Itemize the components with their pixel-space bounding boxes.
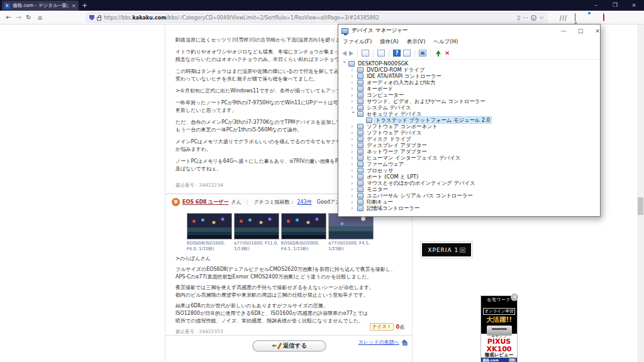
- dm-back-icon[interactable]: [342, 51, 347, 56]
- device-tree-item[interactable]: › 記憶域コントローラー: [339, 205, 599, 211]
- dm-update-driver-icon[interactable]: [435, 50, 442, 57]
- dm-list-icon[interactable]: [403, 50, 411, 57]
- device-tree-item[interactable]: › キーボード: [339, 85, 599, 92]
- expander-icon[interactable]: ›: [351, 180, 357, 186]
- user-name-link[interactable]: EOS 6DⅡ ユーザー: [182, 199, 228, 206]
- expander-icon[interactable]: ›: [351, 192, 357, 199]
- post-number[interactable]: 書込番号：24422234: [175, 182, 223, 189]
- reload-button[interactable]: ↻: [24, 13, 33, 22]
- back-button[interactable]: ←: [4, 13, 13, 22]
- device-tree-item[interactable]: › プロセッサ: [339, 167, 599, 173]
- browser-tab[interactable]: k 価格.com - デジタル一眼カメラのク ×: [2, 1, 79, 11]
- reply-button[interactable]: 返信する: [252, 340, 326, 352]
- expander-icon[interactable]: ›: [351, 129, 357, 136]
- device-tree-item[interactable]: トラステッド プラットフォーム モジュール 2.0: [339, 117, 599, 123]
- device-tree-item[interactable]: › 印刷キュー: [339, 199, 599, 205]
- menu-item[interactable]: ヘルプ(H): [433, 38, 458, 46]
- ad-close-icon[interactable]: ×: [511, 293, 518, 301]
- expander-icon[interactable]: ›: [351, 79, 357, 85]
- expander-icon[interactable]: ›: [351, 92, 357, 98]
- expander-icon[interactable]: ›: [351, 155, 357, 161]
- expander-icon[interactable]: ›: [351, 161, 357, 167]
- device-tree-item[interactable]: › ヒューマン インターフェイス デバイス: [339, 155, 599, 161]
- device-tree-item[interactable]: › ネットワーク アダプター: [339, 148, 599, 155]
- photo-thumbnail[interactable]: [187, 213, 232, 239]
- expander-icon[interactable]: ›: [350, 111, 357, 117]
- forward-button[interactable]: →: [14, 13, 23, 22]
- device-tree-item[interactable]: › ディスク ドライブ: [339, 136, 599, 142]
- photo-thumbnail[interactable]: [328, 213, 374, 239]
- window-close-button[interactable]: ×: [625, 0, 643, 10]
- device-tree-item[interactable]: › オーディオの入力および出力: [339, 79, 599, 85]
- device-tree-item[interactable]: › マウスとそのほかのポインティング デバイス: [339, 180, 599, 186]
- url-bar[interactable]: https://bbs.kakaku.com/bbs/-/CategoryCD=…: [86, 13, 547, 23]
- tracking-protection-icon[interactable]: [89, 15, 94, 21]
- photo-thumbnail[interactable]: [234, 213, 279, 239]
- device-tree-item[interactable]: › コンピューター: [339, 92, 599, 98]
- dm-minimize-button[interactable]: —: [555, 25, 572, 37]
- expander-icon[interactable]: ›: [351, 142, 357, 148]
- expander-icon[interactable]: ›: [351, 136, 357, 142]
- new-tab-button[interactable]: +: [82, 1, 87, 10]
- reader-view-icon[interactable]: ▯: [517, 13, 520, 22]
- nice-button[interactable]: ナイス！: [370, 323, 394, 331]
- photo-thumbnail[interactable]: [281, 213, 326, 239]
- expander-icon[interactable]: ›: [351, 167, 357, 173]
- device-tree-item[interactable]: › セキュリティ デバイス: [339, 111, 599, 117]
- dm-help-icon[interactable]: ?: [393, 50, 401, 57]
- expander-icon[interactable]: ›: [351, 148, 357, 155]
- library-icon[interactable]: |||: [560, 13, 567, 22]
- menu-item[interactable]: ファイル(F): [343, 38, 372, 46]
- device-tree-item[interactable]: › ファームウェア: [339, 161, 599, 167]
- expander-icon[interactable]: ›: [351, 123, 357, 129]
- dm-forward-icon[interactable]: [349, 51, 353, 56]
- device-tree-item[interactable]: › ディスプレイ アダプター: [339, 142, 599, 148]
- post-number[interactable]: 書込番号：24422353: [175, 329, 223, 334]
- user-avatar[interactable]: [172, 198, 180, 206]
- posts-count-link[interactable]: 243件: [297, 199, 311, 206]
- expander-icon[interactable]: ›: [351, 98, 357, 104]
- window-minimize-button[interactable]: –: [587, 0, 605, 10]
- dm-console-icon[interactable]: [362, 50, 369, 57]
- device-tree-item[interactable]: › ソフトウェア デバイス: [339, 129, 599, 136]
- expander-icon[interactable]: ›: [351, 173, 357, 180]
- window-maximize-button[interactable]: ❐: [606, 0, 624, 10]
- pixus-ad-banner[interactable]: 在宅ワーク オンライン学習 大活躍!! キヤノン PIXUS XK100 徹底レ…: [480, 295, 518, 362]
- lock-icon[interactable]: [97, 17, 101, 21]
- page-actions-icon[interactable]: ⋯: [523, 13, 528, 22]
- device-tree-item[interactable]: › モニター: [339, 186, 599, 192]
- expander-icon[interactable]: ›: [351, 205, 357, 211]
- expander-icon[interactable]: ›: [351, 186, 357, 192]
- expander-icon[interactable]: ›: [351, 85, 357, 92]
- xperia-ad-banner[interactable]: XPERIA 1 III: [420, 241, 473, 258]
- expander-icon[interactable]: ›: [351, 199, 357, 205]
- dm-scan-hardware-icon[interactable]: [419, 50, 426, 57]
- device-manager-titlebar[interactable]: デバイス マネージャー — □ ×: [338, 25, 600, 37]
- expander-icon[interactable]: ›: [351, 73, 357, 79]
- device-tree-item[interactable]: › システム デバイス: [339, 104, 599, 111]
- to-thread-top-link[interactable]: スレッドの先頭へ: [358, 339, 408, 346]
- dm-maximize-button[interactable]: □: [572, 25, 589, 37]
- device-tree-item[interactable]: › DESKTOP-N000SGK: [339, 60, 599, 67]
- home-button[interactable]: ⌂: [35, 13, 45, 22]
- menu-item[interactable]: 表示(V): [407, 38, 425, 46]
- dm-uninstall-icon[interactable]: ✕: [445, 50, 450, 57]
- device-tree-item[interactable]: › DVD/CD-ROM ドライブ: [339, 67, 599, 73]
- tab-close-icon[interactable]: ×: [71, 3, 76, 9]
- dm-close-button[interactable]: ×: [589, 25, 606, 37]
- dm-properties-icon[interactable]: [377, 50, 385, 57]
- device-tree-item[interactable]: › サウンド、ビデオ、およびゲーム コントローラー: [339, 98, 599, 104]
- device-tree-item[interactable]: › ソフトウェア コンポーネント: [339, 123, 599, 129]
- device-tree-item[interactable]: › ポート (COM と LPT): [339, 173, 599, 180]
- expander-icon[interactable]: ›: [351, 104, 357, 111]
- menu-item[interactable]: 操作(A): [380, 38, 398, 46]
- bookmark-star-icon[interactable]: ☆: [539, 13, 544, 22]
- device-tree-item[interactable]: › ユニバーサル シリアル バス コントローラー: [339, 192, 599, 199]
- red-extension-icon[interactable]: [603, 13, 604, 22]
- scrollbar-thumb[interactable]: [638, 197, 643, 215]
- expander-icon[interactable]: ›: [351, 67, 357, 73]
- page-scrollbar[interactable]: [637, 25, 644, 362]
- device-tree-item[interactable]: › IDE ATA/ATAPI コントローラー: [339, 73, 599, 79]
- pocket-icon[interactable]: ∨: [531, 15, 536, 21]
- expander-icon[interactable]: ›: [341, 61, 348, 67]
